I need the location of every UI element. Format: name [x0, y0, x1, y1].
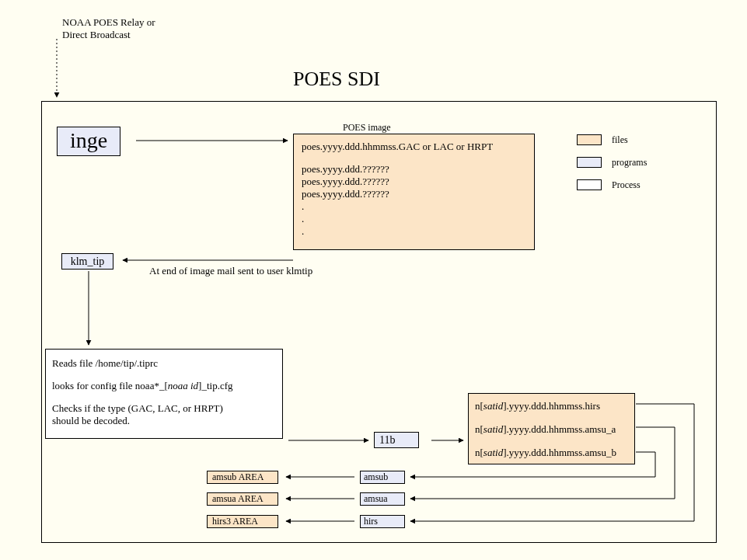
- out-amsua-it: satid: [483, 423, 503, 435]
- out-hirs: n[satid].yyyy.ddd.hhmmss.hirs: [475, 400, 628, 412]
- tip-line-3: Checks if the type (GAC, LAC, or HRPT): [52, 402, 276, 415]
- tip-l2-post: ]_tip.cfg: [198, 380, 232, 391]
- mail-note: At end of image mail sent to user klmtip: [149, 265, 312, 277]
- poes-image-files-box: poes.yyyy.ddd.hhmmss.GAC or LAC or HRPT …: [293, 134, 535, 250]
- poes-image-label: POES image: [343, 122, 391, 134]
- out-amsub-post: ].yyyy.ddd.hhmmss.amsu_b: [503, 447, 616, 458]
- legend-label-programs: programs: [612, 157, 647, 169]
- tip-line-4: should be decoded.: [52, 415, 276, 427]
- legend-label-process: Process: [612, 179, 641, 191]
- legend-label-files: files: [612, 134, 628, 146]
- poes-line-4: poes.yyyy.ddd.??????: [302, 188, 526, 200]
- out-amsub-it: satid: [483, 447, 503, 458]
- diagram-title: POES SDI: [293, 68, 380, 91]
- 11b-program-box: 11b: [374, 432, 419, 448]
- amsub-area-box: amsub AREA: [207, 471, 278, 484]
- out-amsua-pre: n[: [475, 423, 483, 435]
- out-hirs-post: ].yyyy.ddd.hhmmss.hirs: [503, 400, 600, 412]
- poes-line-5: .: [302, 200, 526, 213]
- poes-line-1: poes.yyyy.ddd.hhmmss.GAC or LAC or HRPT: [302, 141, 526, 153]
- out-amsua: n[satid].yyyy.ddd.hhmmss.amsu_a: [475, 423, 628, 436]
- hirs-program-box: hirs: [360, 515, 405, 528]
- poes-line-3: poes.yyyy.ddd.??????: [302, 176, 526, 188]
- tip-l2-it: noaa id: [168, 380, 198, 391]
- out-amsub-pre: n[: [475, 447, 483, 458]
- tip-line-2: looks for config file noaa*_[noaa id]_ti…: [52, 380, 276, 392]
- out-hirs-it: satid: [483, 400, 503, 412]
- poes-line-2: poes.yyyy.ddd.??????: [302, 163, 526, 176]
- amsub-program-box: amsub: [360, 471, 405, 484]
- poes-line-6: .: [302, 213, 526, 225]
- legend-swatch-programs: [577, 157, 602, 168]
- out-amsua-post: ].yyyy.ddd.hhmmss.amsu_a: [503, 423, 616, 435]
- legend-swatch-process: [577, 179, 602, 190]
- out-hirs-pre: n[: [475, 400, 483, 412]
- legend-swatch-files: [577, 134, 602, 145]
- hirs3-area-box: hirs3 AREA: [207, 515, 278, 528]
- inge-program-box: inge: [57, 127, 120, 156]
- amsua-program-box: amsua: [360, 492, 405, 506]
- poes-line-7: .: [302, 225, 526, 238]
- out-amsub: n[satid].yyyy.ddd.hhmmss.amsu_b: [475, 447, 628, 459]
- tip-l2-pre: looks for config file noaa*_[: [52, 380, 168, 391]
- tip-process-box: Reads file /home/tip/.tiprc looks for co…: [45, 349, 283, 439]
- amsua-area-box: amsua AREA: [207, 492, 278, 506]
- output-files-box: n[satid].yyyy.ddd.hhmmss.hirs n[satid].y…: [468, 393, 635, 464]
- tip-line-1: Reads file /home/tip/.tiprc: [52, 357, 276, 370]
- input-label: NOAA POES Relay or Direct Broadcast: [62, 16, 187, 41]
- klm-tip-program-box: klm_tip: [61, 253, 113, 270]
